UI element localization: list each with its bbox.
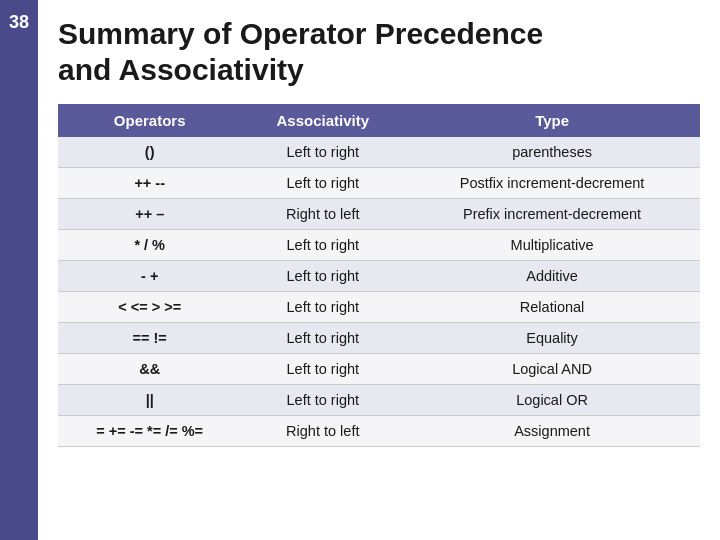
table-row: ++ --Left to rightPostfix increment-decr… bbox=[58, 168, 700, 199]
cell-associativity: Right to left bbox=[241, 199, 404, 230]
cell-type: Assignment bbox=[404, 416, 700, 447]
cell-type: Equality bbox=[404, 323, 700, 354]
cell-type: Postfix increment-decrement bbox=[404, 168, 700, 199]
cell-associativity: Left to right bbox=[241, 261, 404, 292]
table-row: * / %Left to rightMultiplicative bbox=[58, 230, 700, 261]
cell-operators: * / % bbox=[58, 230, 241, 261]
slide-number: 38 bbox=[0, 0, 38, 540]
cell-type: parentheses bbox=[404, 137, 700, 168]
cell-associativity: Left to right bbox=[241, 323, 404, 354]
table-row: ()Left to rightparentheses bbox=[58, 137, 700, 168]
cell-operators: < <= > >= bbox=[58, 292, 241, 323]
cell-type: Relational bbox=[404, 292, 700, 323]
content-area: Summary of Operator Precedence and Assoc… bbox=[38, 0, 720, 457]
cell-associativity: Left to right bbox=[241, 230, 404, 261]
cell-type: Multiplicative bbox=[404, 230, 700, 261]
header-row: Operators Associativity Type bbox=[58, 104, 700, 137]
slide-container: 38 Summary of Operator Precedence and As… bbox=[0, 0, 720, 540]
cell-type: Additive bbox=[404, 261, 700, 292]
table-row: = += -= *= /= %=Right to leftAssignment bbox=[58, 416, 700, 447]
cell-operators: ++ – bbox=[58, 199, 241, 230]
cell-operators: ++ -- bbox=[58, 168, 241, 199]
cell-associativity: Left to right bbox=[241, 292, 404, 323]
table-row: == !=Left to rightEquality bbox=[58, 323, 700, 354]
cell-type: Logical OR bbox=[404, 385, 700, 416]
cell-type: Logical AND bbox=[404, 354, 700, 385]
cell-associativity: Left to right bbox=[241, 168, 404, 199]
col-header-associativity: Associativity bbox=[241, 104, 404, 137]
cell-operators: () bbox=[58, 137, 241, 168]
col-header-operators: Operators bbox=[58, 104, 241, 137]
cell-associativity: Left to right bbox=[241, 137, 404, 168]
table-row: &&Left to rightLogical AND bbox=[58, 354, 700, 385]
cell-operators: - + bbox=[58, 261, 241, 292]
cell-associativity: Left to right bbox=[241, 385, 404, 416]
table-row: - +Left to rightAdditive bbox=[58, 261, 700, 292]
col-header-type: Type bbox=[404, 104, 700, 137]
table-row: ++ –Right to leftPrefix increment-decrem… bbox=[58, 199, 700, 230]
cell-associativity: Left to right bbox=[241, 354, 404, 385]
cell-associativity: Right to left bbox=[241, 416, 404, 447]
cell-operators: = += -= *= /= %= bbox=[58, 416, 241, 447]
table-row: < <= > >=Left to rightRelational bbox=[58, 292, 700, 323]
cell-type: Prefix increment-decrement bbox=[404, 199, 700, 230]
table-row: ||Left to rightLogical OR bbox=[58, 385, 700, 416]
table-header: Operators Associativity Type bbox=[58, 104, 700, 137]
cell-operators: && bbox=[58, 354, 241, 385]
cell-operators: == != bbox=[58, 323, 241, 354]
operator-table: Operators Associativity Type ()Left to r… bbox=[58, 104, 700, 447]
slide-number-text: 38 bbox=[9, 12, 29, 33]
slide-title: Summary of Operator Precedence and Assoc… bbox=[58, 16, 700, 88]
table-body: ()Left to rightparentheses++ --Left to r… bbox=[58, 137, 700, 447]
cell-operators: || bbox=[58, 385, 241, 416]
